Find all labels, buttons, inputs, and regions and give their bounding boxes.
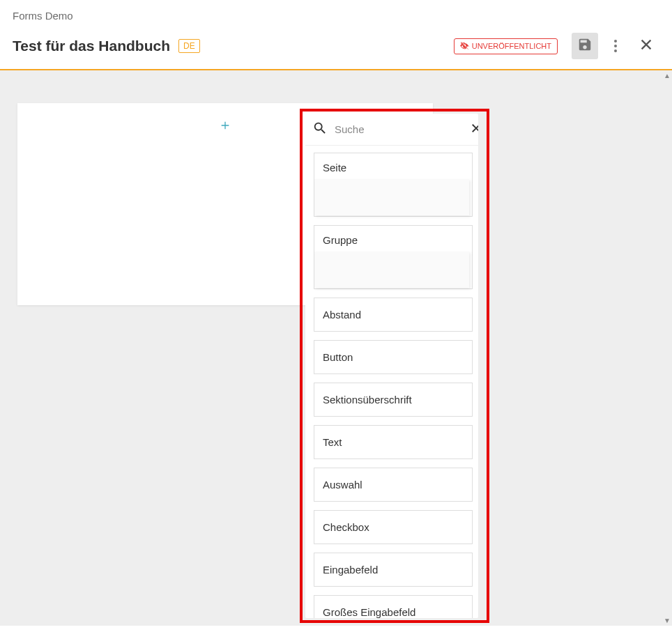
element-option[interactable]: Großes Eingabefeld [314, 595, 473, 618]
element-option[interactable]: Seite [314, 153, 473, 217]
main-canvas-area: ▲ ▼ SeiteGruppeAbstandButtonSektionsüber… [0, 70, 672, 626]
element-option-preview [314, 179, 469, 215]
status-badge-label: UNVERÖFFENTLICHT [472, 42, 551, 50]
element-option[interactable]: Eingabefeld [314, 553, 473, 587]
element-option[interactable]: Button [314, 340, 473, 374]
element-option[interactable]: Sektionsüberschrift [314, 383, 473, 417]
close-icon [470, 125, 478, 137]
scroll-down-arrow[interactable]: ▼ [664, 617, 671, 624]
element-option-label: Gruppe [314, 226, 472, 252]
save-icon [577, 37, 593, 55]
scroll-up-arrow[interactable]: ▲ [664, 72, 671, 79]
page-title: Test für das Handbuch [13, 38, 170, 54]
element-picker-list[interactable]: SeiteGruppeAbstandButtonSektionsüberschr… [305, 146, 478, 618]
element-option[interactable]: Text [314, 425, 473, 459]
unpublished-icon [460, 41, 469, 52]
element-option-preview [314, 252, 469, 288]
status-badge[interactable]: UNVERÖFFENTLICHT [454, 38, 558, 54]
close-icon [639, 37, 654, 55]
element-option[interactable]: Auswahl [314, 468, 473, 502]
more-vertical-icon [614, 40, 617, 52]
element-option[interactable]: Checkbox [314, 510, 473, 544]
language-badge[interactable]: DE [178, 39, 200, 53]
close-button[interactable] [633, 33, 659, 59]
search-input[interactable] [335, 123, 467, 135]
breadcrumb[interactable]: Forms Demo [0, 0, 672, 26]
element-picker-popover: SeiteGruppeAbstandButtonSektionsüberschr… [305, 114, 478, 618]
search-icon [312, 121, 335, 139]
add-element-button[interactable] [217, 118, 234, 135]
element-option[interactable]: Abstand [314, 298, 473, 332]
clear-search-button[interactable] [467, 119, 478, 140]
header: Test für das Handbuch DE UNVERÖFFENTLICH… [0, 26, 672, 70]
more-menu-button[interactable] [602, 33, 629, 59]
save-button[interactable] [572, 33, 598, 59]
plus-icon [220, 120, 231, 134]
element-option[interactable]: Gruppe [314, 225, 473, 289]
element-option-label: Seite [314, 153, 472, 179]
popover-search-bar [305, 114, 478, 146]
